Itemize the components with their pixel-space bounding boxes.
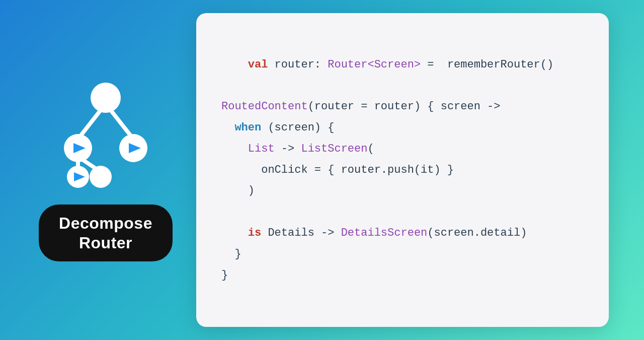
code-line-4: when (screen) { <box>221 121 334 134</box>
code-line-8 <box>221 206 228 218</box>
svg-point-4 <box>91 83 121 113</box>
svg-point-11 <box>90 166 112 188</box>
code-line-1: val router: Router<Screen> = rememberRou… <box>248 58 553 71</box>
code-block: val router: Router<Screen> = rememberRou… <box>221 33 584 307</box>
code-line-11: } <box>221 269 228 282</box>
tree-diagram <box>45 79 166 189</box>
title-badge: DecomposeRouter <box>39 205 173 261</box>
code-line-7: ) <box>221 184 255 197</box>
code-line-10: } <box>221 248 242 260</box>
code-line-9: is Details -> DetailsScreen(screen.detai… <box>221 227 527 239</box>
left-panel: DecomposeRouter <box>15 79 196 261</box>
code-line-2 <box>221 79 228 92</box>
code-line-3: RoutedContent(router = router) { screen … <box>221 100 501 113</box>
code-line-5: List -> ListScreen( <box>221 143 374 155</box>
code-line-6: onClick = { router.push(it) } <box>221 164 454 176</box>
title-text: DecomposeRouter <box>59 214 152 252</box>
code-card: val router: Router<Screen> = rememberRou… <box>196 13 609 327</box>
